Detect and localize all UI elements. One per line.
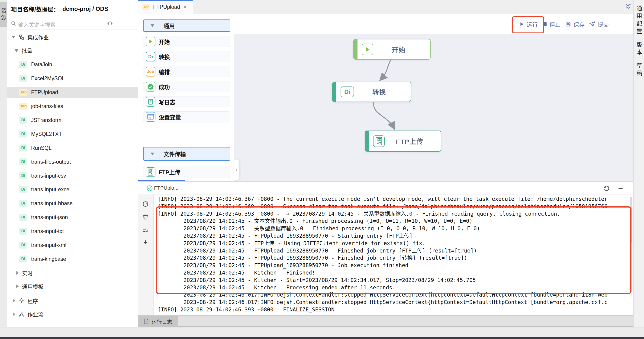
tree-label: 程序: [27, 297, 38, 305]
palette-item-成功[interactable]: 成功: [143, 81, 230, 92]
di-badge: Di: [19, 228, 27, 235]
tree-item-ftpupload[interactable]: JobFTPUpload: [7, 87, 138, 98]
caret-down-icon: [150, 153, 154, 155]
minimize-icon[interactable]: [617, 185, 624, 192]
node-label: 开始: [373, 45, 430, 54]
tree-item-excel2mysql[interactable]: DiExcel2MySQL: [7, 73, 138, 84]
tree-group-批量[interactable]: 批量: [7, 45, 138, 56]
bottom-strip: [0, 328, 644, 337]
tree-item-datajoin[interactable]: DiDataJoin: [7, 59, 138, 70]
tree-item-trans-input-hbase[interactable]: Ditrans-input-hbase: [7, 198, 138, 209]
flow-node-transform[interactable]: Di转换: [332, 82, 411, 102]
tab-close-icon[interactable]: ×: [183, 4, 186, 10]
right-tab-版本[interactable]: 版本: [634, 40, 644, 59]
download-icon[interactable]: [142, 239, 149, 246]
palette-item-开始[interactable]: 开始: [143, 36, 230, 47]
caret-right-icon[interactable]: [16, 271, 19, 275]
tree-group-集成作业[interactable]: 集成作业: [7, 32, 138, 42]
tree-item-trans-input-txt[interactable]: Ditrans-input-txt: [7, 226, 138, 237]
tab-run-log[interactable]: LOG 运行日志: [138, 316, 178, 327]
word-wrap-icon[interactable]: [142, 226, 149, 233]
tree-item-job-trans-files[interactable]: Jobjob-trans-files: [7, 101, 138, 111]
locate-target-icon[interactable]: [107, 21, 113, 26]
tree-label: trans-input-txt: [31, 228, 64, 234]
tree-label: DataJoin: [31, 61, 52, 68]
tree-label: job-trans-files: [31, 103, 63, 109]
job-badge: Job: [142, 4, 150, 10]
tree-label: trans-kingbase: [31, 256, 66, 262]
trash-icon[interactable]: [142, 214, 149, 221]
edge-transform-ftp[interactable]: [374, 102, 394, 128]
flow-node-ftp-upload[interactable]: FTPFTP上传: [365, 131, 441, 152]
search-input[interactable]: 输入关键字搜索: [18, 20, 56, 28]
panel-resize-indicator[interactable]: [138, 180, 185, 181]
right-tab-草稿[interactable]: 草稿: [634, 61, 644, 80]
palette-item-label: FTP上传: [159, 168, 180, 176]
caret-right-icon[interactable]: [16, 285, 19, 288]
di-badge: Di: [19, 131, 27, 137]
di-badge: Di: [19, 256, 27, 263]
hierarchy-icon: [18, 34, 24, 40]
save-button[interactable]: 保存: [565, 19, 584, 29]
flow-canvas[interactable]: 开始Di转换FTPFTP上传: [234, 34, 633, 181]
tree-item-trans-kingbase[interactable]: Ditrans-kingbase: [7, 254, 138, 264]
stop-button[interactable]: 停止: [542, 19, 560, 29]
tree-item-jstransform[interactable]: DiJSTransform: [7, 115, 138, 125]
di-badge: Di: [19, 61, 27, 68]
right-tab-通用配置[interactable]: 通用配置: [634, 3, 644, 38]
flow-node-start[interactable]: 开始: [353, 39, 430, 60]
palette-section-通用[interactable]: 通用: [143, 19, 230, 32]
palette-item-写日志[interactable]: 写日志: [143, 96, 230, 107]
palette-item-设置变量[interactable]: (x)设置变量: [143, 111, 230, 122]
active-tab-indicator: [138, 0, 193, 1]
caret-right-icon[interactable]: [13, 312, 15, 316]
palette-collapse-handle[interactable]: [234, 160, 240, 180]
tree-item-mysql2txt[interactable]: DiMySQL2TXT: [7, 129, 138, 139]
submit-button[interactable]: 提交: [589, 19, 609, 29]
auto-refresh-icon[interactable]: [603, 185, 610, 192]
job-badge: Job: [19, 89, 27, 96]
bottom-dark-bar: [0, 337, 644, 339]
tree-item-runsql[interactable]: DiRunSQL: [7, 143, 138, 153]
palette-item-转换[interactable]: Di转换: [143, 51, 230, 62]
tree-group-通用模板[interactable]: 通用模板: [7, 281, 138, 292]
caret-down-icon[interactable]: [14, 49, 18, 52]
paper-plane-icon: [589, 21, 595, 27]
double-chevron-down-icon[interactable]: [624, 3, 632, 10]
palette-section-文件传输[interactable]: 文件传输: [143, 147, 230, 161]
tree-item-trans-input-json[interactable]: Ditrans-input-json: [7, 212, 138, 223]
node-label: FTP上传: [385, 137, 441, 146]
project-title-label: 项目名称/数据层：: [11, 5, 59, 13]
job-icon: Job: [146, 67, 156, 76]
di-badge: Di: [19, 158, 27, 165]
search-icon: [11, 21, 16, 26]
tab-ftpupload[interactable]: Job FTPUpload ×: [138, 0, 193, 14]
save-icon: [565, 21, 571, 27]
tree-group-程序[interactable]: 程序: [7, 296, 138, 306]
palette-section-label: 通用: [164, 21, 175, 30]
palette-item-label: 设置变量: [159, 113, 181, 121]
edge-start-transform[interactable]: [380, 59, 391, 80]
caret-right-icon[interactable]: [13, 299, 15, 303]
tree-label: trans-input-csv: [31, 173, 66, 179]
refresh-icon[interactable]: [142, 201, 149, 208]
tree-group-实时[interactable]: 实时: [7, 268, 138, 278]
tree-item-trans-input-csv[interactable]: Ditrans-input-csv: [7, 170, 138, 181]
gear-icon: [18, 298, 24, 304]
palette-item-FTP上传[interactable]: FTPFTP上传: [143, 166, 230, 178]
palette-item-编排[interactable]: Job编排: [143, 66, 230, 77]
tree-label: RunSQL: [31, 145, 52, 151]
search-bar[interactable]: 输入关键字搜索: [7, 18, 138, 29]
tree-label: MySQL2TXT: [31, 131, 62, 137]
tree-label: 实时: [22, 269, 33, 277]
sidebar-tab-resources[interactable]: 资源: [0, 2, 7, 27]
check-icon: [146, 82, 156, 92]
tree-item-trans-files-output[interactable]: Ditrans-files-output: [7, 157, 138, 167]
tree-group-作业流[interactable]: 作业流: [7, 309, 138, 320]
caret-down-icon[interactable]: [12, 36, 15, 38]
svg-text:FTP: FTP: [150, 170, 153, 171]
tree-item-trans-input-xml[interactable]: Ditrans-input-xml: [7, 240, 138, 250]
tree-label: trans-input-json: [31, 214, 68, 221]
tree-item-trans-input-excel[interactable]: Ditrans-input-excel: [7, 184, 138, 195]
app-window: 资源 项目名称/数据层： demo-proj / ODS 输入关键字搜索 集成作…: [0, 0, 644, 339]
